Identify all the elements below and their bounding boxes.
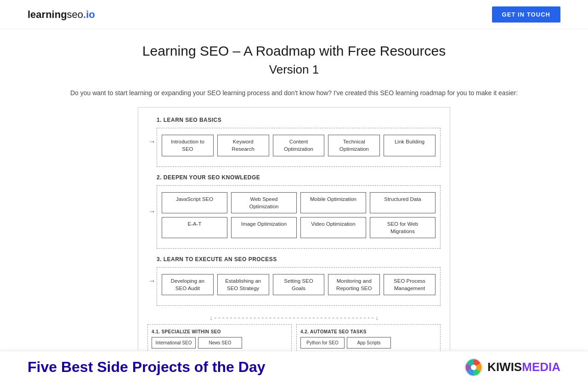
- card-placeholder2: [393, 337, 436, 349]
- card-image-opt: Image Optimization: [231, 217, 297, 238]
- arrow-section2: →: [147, 207, 157, 216]
- get-in-touch-button[interactable]: GET IN TOUCH: [492, 6, 560, 23]
- card-mobile-opt: Mobile Optimization: [300, 192, 366, 213]
- section-2-content: 2. DEEPEN YOUR SEO KNOWLEDGE JavaScript …: [157, 174, 441, 249]
- card-seo-migrations: SEO for Web Migrations: [370, 217, 435, 238]
- card-monitoring: Monitoring and Reporting SEO: [328, 274, 380, 295]
- section-4b: 4.2. AUTOMATE SEO TASKS Python for SEO A…: [296, 324, 441, 354]
- kiwis-text: KIWIS: [487, 360, 522, 374]
- card-web-speed: Web Speed Optimization: [231, 192, 297, 213]
- main-content: Learning SEO – A Roadmap with Free Resou…: [0, 29, 588, 372]
- arrow-section1: →: [147, 137, 157, 146]
- connector-arrows: ↓ - - - - - - - - - - - - - - - - - - - …: [147, 313, 441, 322]
- section3-cards: Developing an SEO Audit Establishing an …: [162, 274, 435, 295]
- section2-label: 2. DEEPEN YOUR SEO KNOWLEDGE: [157, 174, 441, 181]
- section-1-row: → 1. LEARN SEO BASICS Introduction to SE…: [147, 117, 441, 166]
- page-title-line1: Learning SEO – A Roadmap with Free Resou…: [28, 43, 560, 59]
- card-placeholder: [244, 337, 288, 349]
- site-header: learningseo.io GET IN TOUCH: [0, 0, 588, 29]
- card-seo-goals: Setting SEO Goals: [273, 274, 325, 295]
- section4b-cards: Python for SEO App Scripts: [300, 337, 436, 349]
- card-intro-seo: Introduction to SEO: [162, 135, 214, 156]
- section1-label: 1. LEARN SEO BASICS: [157, 117, 441, 123]
- bottom-bar: Five Best Side Projects of the Day KIWIS…: [0, 351, 588, 383]
- kiwis-logo: KIWISMEDIA: [464, 358, 560, 377]
- card-news-seo: News SEO: [198, 337, 242, 349]
- card-intl-seo: International SEO: [152, 337, 196, 349]
- logo-io: .io: [83, 9, 95, 20]
- svg-point-1: [471, 365, 476, 370]
- section4b-label: 4.2. AUTOMATE SEO TASKS: [300, 329, 436, 334]
- card-seo-audit: Developing an SEO Audit: [162, 274, 214, 295]
- section-1-content: 1. LEARN SEO BASICS Introduction to SEO …: [157, 117, 441, 166]
- section-2-row: → 2. DEEPEN YOUR SEO KNOWLEDGE JavaScrip…: [147, 174, 441, 249]
- card-eat: E-A-T: [162, 217, 227, 238]
- section2-row1: JavaScript SEO Web Speed Optimization Mo…: [162, 192, 435, 213]
- intro-text: Do you want to start learning or expandi…: [28, 88, 560, 98]
- kiwis-brand-text: KIWISMEDIA: [487, 360, 560, 374]
- section-3-content: 3. LEARN TO EXECUTE AN SEO PROCESS Devel…: [157, 256, 441, 306]
- card-keyword: Keyword Research: [217, 135, 269, 156]
- section-4a: 4.1. SPECIALIZE WITHIN SEO International…: [147, 324, 292, 354]
- site-logo: learningseo.io: [28, 9, 95, 21]
- down-arrow-left: ↓ - - - - - - - - - - - - - - - - - - - …: [209, 314, 379, 321]
- section2-box: JavaScript SEO Web Speed Optimization Mo…: [157, 185, 441, 249]
- roadmap-diagram: → 1. LEARN SEO BASICS Introduction to SE…: [138, 107, 450, 363]
- section1-box: Introduction to SEO Keyword Research Con…: [157, 128, 441, 166]
- card-process-mgmt: SEO Process Management: [384, 274, 435, 295]
- logo-learning: learning: [28, 9, 67, 20]
- section4a-label: 4.1. SPECIALIZE WITHIN SEO: [152, 329, 288, 334]
- card-js-seo: JavaScript SEO: [162, 192, 227, 213]
- card-python-seo: Python for SEO: [300, 337, 345, 349]
- card-technical-opt: Technical Optimization: [328, 135, 380, 156]
- section3-box: Developing an SEO Audit Establishing an …: [157, 267, 441, 306]
- card-structured-data: Structured Data: [370, 192, 435, 213]
- arrow-section3: →: [147, 277, 157, 285]
- section-4-split: 4.1. SPECIALIZE WITHIN SEO International…: [147, 324, 441, 354]
- section4a-cards: International SEO News SEO: [152, 337, 288, 349]
- kiwis-icon: [464, 358, 483, 377]
- card-seo-strategy: Establishing an SEO Strategy: [217, 274, 269, 295]
- section-3-row: → 3. LEARN TO EXECUTE AN SEO PROCESS Dev…: [147, 256, 441, 306]
- section3-label: 3. LEARN TO EXECUTE AN SEO PROCESS: [157, 256, 441, 263]
- page-title-line2: Version 1: [28, 63, 560, 77]
- section1-cards: Introduction to SEO Keyword Research Con…: [162, 135, 435, 156]
- card-link-building: Link Building: [384, 135, 435, 156]
- card-content-opt: Content Optimization: [273, 135, 325, 156]
- bottom-bar-title: Five Best Side Projects of the Day: [28, 359, 266, 376]
- card-app-scripts: App Scripts: [347, 337, 391, 349]
- section2-row2: E-A-T Image Optimization Video Optimizat…: [162, 217, 435, 238]
- logo-seo: seo: [67, 9, 83, 20]
- card-video-opt: Video Optimization: [300, 217, 366, 238]
- media-text: MEDIA: [522, 360, 560, 374]
